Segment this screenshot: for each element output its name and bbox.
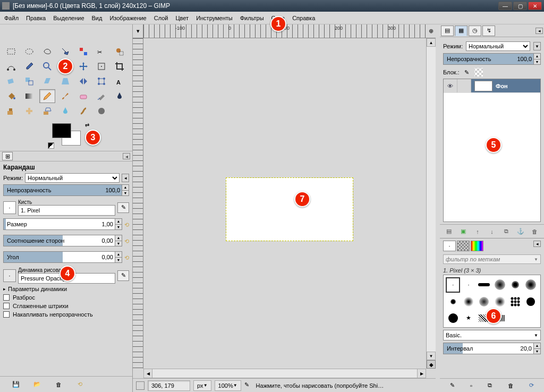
brush-name-field[interactable]: 1. Pixel — [18, 205, 115, 216]
dock-menu-icon[interactable]: ◂ — [123, 153, 130, 159]
horizontal-scrollbar[interactable]: ◀ ▶ — [143, 369, 426, 378]
tool-rect-select[interactable] — [3, 45, 19, 58]
brush-item[interactable] — [492, 277, 507, 293]
menu-tools[interactable]: Инструменты — [196, 15, 233, 21]
tool-paintbrush[interactable] — [57, 89, 73, 103]
angle-slider[interactable]: Угол 0,00 ▲▼ — [3, 251, 122, 263]
dynamics-preview[interactable] — [3, 269, 16, 282]
tab-paths[interactable]: ↯ — [482, 25, 495, 36]
lock-alpha-icon[interactable] — [474, 68, 483, 76]
tab-layers-alt[interactable]: ▤ — [441, 25, 454, 36]
brush-new-icon[interactable]: ▫ — [470, 382, 472, 389]
zoom-fit-icon[interactable]: ⊕ — [426, 24, 436, 38]
tool-cage[interactable] — [94, 74, 109, 88]
scroll-right-icon[interactable]: ▶ — [417, 369, 426, 378]
dynamics-params-expander[interactable]: Параметры динамики — [3, 286, 129, 292]
menu-view[interactable]: Вид — [92, 15, 103, 21]
smooth-checkbox[interactable]: Сглаженные штрихи — [3, 303, 129, 309]
tool-dodge[interactable] — [94, 104, 109, 118]
brush-edit-icon[interactable]: ✎ — [117, 202, 129, 213]
menu-edit[interactable]: Правка — [26, 15, 46, 21]
ratio-slider[interactable]: Соотношение сторон 0,00 ▲▼ — [3, 235, 122, 246]
tool-perspective-clone[interactable] — [39, 104, 55, 118]
brush-duplicate-icon[interactable]: ⧉ — [488, 382, 492, 389]
brush-item[interactable] — [446, 311, 460, 325]
brush-spacing-slider[interactable]: Интервал 20,0 ▲▼ — [443, 343, 541, 354]
mode-select[interactable]: Нормальный — [25, 173, 120, 183]
dynamics-edit-icon[interactable]: ✎ — [117, 270, 129, 281]
quickmask-icon[interactable] — [136, 381, 144, 390]
angle-reset-icon[interactable]: ⟲ — [124, 254, 129, 261]
menu-help[interactable]: Справка — [292, 15, 315, 21]
tab-gradients[interactable] — [471, 241, 483, 251]
unit-select[interactable]: px ▼ — [193, 380, 211, 391]
tool-free-select[interactable] — [39, 45, 55, 58]
size-slider[interactable]: Размер 1,00 ▲▼ — [3, 218, 122, 230]
tab-brushes[interactable]: · — [443, 241, 456, 251]
ruler-vertical[interactable] — [133, 38, 143, 369]
brush-item[interactable] — [446, 294, 460, 310]
tool-foreground-select[interactable] — [112, 45, 128, 58]
opacity-spinner[interactable]: ▲▼ — [122, 185, 129, 195]
zoom-select[interactable]: 100% ▼ — [215, 380, 241, 391]
brush-delete-icon[interactable]: 🗑 — [508, 382, 514, 389]
scroll-down-icon[interactable]: ▼ — [427, 352, 436, 360]
delete-layer-icon[interactable]: 🗑 — [530, 227, 539, 236]
menu-file[interactable]: Файл — [4, 15, 19, 21]
layer-mode-select[interactable]: Нормальный — [466, 41, 530, 51]
menu-layer[interactable]: Слой — [154, 15, 168, 21]
brush-item[interactable] — [508, 277, 522, 293]
brush-item[interactable] — [477, 294, 491, 310]
layer-visibility-icon[interactable]: 👁 — [444, 79, 457, 92]
mode-menu-icon[interactable]: ◂ — [122, 174, 129, 182]
new-group-icon[interactable]: ▣ — [458, 227, 468, 236]
brushes-dock-menu-icon[interactable]: ◂ — [533, 241, 541, 247]
tool-scissors[interactable]: ✂ — [94, 45, 109, 58]
menu-image[interactable]: Изображение — [109, 15, 146, 21]
layer-row[interactable]: 👁 Фон — [444, 79, 540, 93]
scroll-up-icon[interactable]: ▲ — [427, 38, 436, 47]
brush-preset-select[interactable]: Basic.▼ — [443, 330, 541, 340]
size-spinner[interactable]: ▲▼ — [115, 219, 122, 229]
fg-color-swatch[interactable] — [52, 123, 71, 138]
size-reset-icon[interactable]: ⟲ — [124, 221, 129, 228]
ruler-corner-icon[interactable]: ▾ — [133, 24, 143, 38]
minimize-button[interactable]: — — [498, 2, 512, 10]
tool-pencil[interactable] — [39, 89, 55, 103]
delete-preset-icon[interactable]: 🗑 — [53, 379, 64, 390]
ratio-spinner[interactable]: ▲▼ — [115, 235, 122, 246]
layer-thumbnail[interactable] — [474, 81, 492, 91]
canvas[interactable] — [226, 177, 353, 241]
tool-shear[interactable] — [39, 74, 55, 88]
vertical-scrollbar[interactable]: ▲ ▼ ◆ — [426, 38, 436, 369]
tab-channels[interactable]: ◷ — [469, 25, 481, 36]
tool-align[interactable] — [94, 59, 109, 73]
brush-item[interactable] — [461, 294, 475, 310]
tool-flip[interactable] — [75, 74, 91, 88]
menu-filters[interactable]: Фильтры — [240, 15, 264, 21]
tool-ink[interactable] — [112, 89, 128, 103]
tool-heal[interactable] — [21, 104, 37, 118]
restore-preset-icon[interactable]: 📂 — [32, 379, 42, 390]
tool-rotate[interactable] — [3, 74, 19, 88]
tool-paths[interactable] — [3, 59, 19, 73]
layer-mode-arrow-icon[interactable]: ▼ — [533, 42, 541, 50]
brush-item[interactable]: ★ — [461, 311, 475, 325]
lock-pixels-icon[interactable]: ✎ — [463, 68, 471, 76]
opacity-slider[interactable]: Непрозрачность 100,0 ▲▼ — [3, 184, 129, 196]
tool-scale[interactable] — [21, 74, 37, 88]
brush-item[interactable] — [477, 277, 491, 293]
tool-color-picker[interactable] — [21, 59, 37, 73]
tab-layers[interactable]: ▦ — [455, 25, 468, 36]
tool-ellipse-select[interactable] — [21, 45, 37, 58]
new-layer-icon[interactable]: ▤ — [444, 227, 454, 236]
tool-eraser[interactable] — [75, 89, 91, 103]
raise-layer-icon[interactable]: ↑ — [473, 227, 482, 236]
tool-blend[interactable] — [21, 89, 37, 103]
lower-layer-icon[interactable]: ↓ — [487, 227, 497, 236]
layer-opacity-spinner[interactable]: ▲▼ — [533, 54, 540, 64]
canvas-area[interactable] — [143, 38, 426, 369]
brush-item[interactable] — [524, 277, 538, 293]
tool-crop[interactable] — [112, 59, 128, 73]
scroll-left-icon[interactable]: ◀ — [144, 369, 152, 378]
